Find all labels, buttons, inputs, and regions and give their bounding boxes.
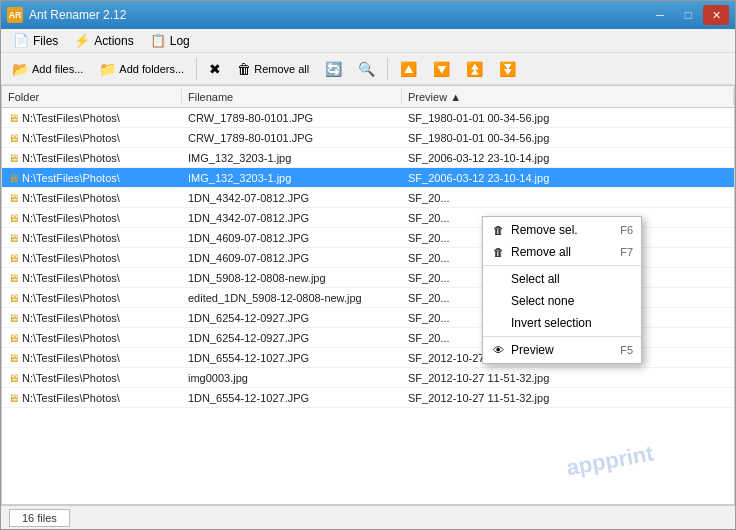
folder-icon: 🖥 xyxy=(8,352,19,364)
folder-icon: 🖥 xyxy=(8,172,19,184)
column-filename[interactable]: Filename xyxy=(182,89,402,105)
context-menu-item-select-all[interactable]: Select all xyxy=(483,268,641,290)
cell-filename: 1DN_5908-12-0808-new.jpg xyxy=(182,272,402,284)
cell-folder: 🖥 N:\TestFiles\Photos\ xyxy=(2,392,182,404)
search-button[interactable]: 🔍 xyxy=(351,56,382,82)
table-row[interactable]: 🖥 N:\TestFiles\Photos\ 1DN_6554-12-1027.… xyxy=(2,388,734,408)
files-menu-label: Files xyxy=(33,34,58,48)
add-files-button[interactable]: 📂 Add files... xyxy=(5,56,90,82)
table-row[interactable]: 🖥 N:\TestFiles\Photos\ CRW_1789-80-0101.… xyxy=(2,128,734,148)
remove-all-icon: 🗑 xyxy=(237,61,251,77)
ctx-item-label: Remove sel. xyxy=(511,223,578,237)
table-header: Folder Filename Preview ▲ xyxy=(2,86,734,108)
cell-folder: 🖥 N:\TestFiles\Photos\ xyxy=(2,352,182,364)
ctx-item-left: 🗑 Remove sel. xyxy=(491,223,578,237)
cell-folder: 🖥 N:\TestFiles\Photos\ xyxy=(2,252,182,264)
table-row[interactable]: 🖥 N:\TestFiles\Photos\ 1DN_4342-07-0812.… xyxy=(2,188,734,208)
toolbar: 📂 Add files... 📁 Add folders... ✖ 🗑 Remo… xyxy=(1,53,735,85)
bottom-icon: ⏬ xyxy=(499,61,516,77)
add-folders-label: Add folders... xyxy=(119,63,184,75)
ctx-item-label: Invert selection xyxy=(511,316,592,330)
cell-folder: 🖥 N:\TestFiles\Photos\ xyxy=(2,132,182,144)
context-menu-separator xyxy=(483,336,641,337)
ctx-item-label: Select all xyxy=(511,272,560,286)
folder-icon: 🖥 xyxy=(8,332,19,344)
context-menu: 🗑 Remove sel. F6 🗑 Remove all F7 Select … xyxy=(482,216,642,364)
ctx-item-label: Remove all xyxy=(511,245,571,259)
folder-path: N:\TestFiles\Photos\ xyxy=(22,232,120,244)
context-menu-item-remove-all[interactable]: 🗑 Remove all F7 xyxy=(483,241,641,263)
cell-filename: 1DN_6554-12-1027.JPG xyxy=(182,352,402,364)
up-icon: 🔼 xyxy=(400,61,417,77)
ctx-item-icon: 🗑 xyxy=(491,223,505,237)
cell-preview: SF_2006-03-12 23-10-14.jpg xyxy=(402,152,734,164)
menu-actions[interactable]: ⚡ Actions xyxy=(66,30,141,52)
cell-folder: 🖥 N:\TestFiles\Photos\ xyxy=(2,192,182,204)
cell-folder: 🖥 N:\TestFiles\Photos\ xyxy=(2,332,182,344)
folder-path: N:\TestFiles\Photos\ xyxy=(22,112,120,124)
top-button[interactable]: ⏫ xyxy=(459,56,490,82)
column-preview[interactable]: Preview ▲ xyxy=(402,89,734,105)
folder-path: N:\TestFiles\Photos\ xyxy=(22,192,120,204)
folder-path: N:\TestFiles\Photos\ xyxy=(22,392,120,404)
cell-filename: 1DN_6254-12-0927.JPG xyxy=(182,312,402,324)
main-window: AR Ant Renamer 2.12 ─ □ ✕ 📄 Files ⚡ Acti… xyxy=(0,0,736,530)
folder-path: N:\TestFiles\Photos\ xyxy=(22,172,120,184)
ctx-item-shortcut: F7 xyxy=(620,246,633,258)
minimize-button[interactable]: ─ xyxy=(647,5,673,25)
ctx-item-label: Select none xyxy=(511,294,574,308)
column-folder[interactable]: Folder xyxy=(2,89,182,105)
context-menu-item-invert-selection[interactable]: Invert selection xyxy=(483,312,641,334)
log-menu-icon: 📋 xyxy=(150,33,166,48)
cell-filename: edited_1DN_5908-12-0808-new.jpg xyxy=(182,292,402,304)
cell-folder: 🖥 N:\TestFiles\Photos\ xyxy=(2,152,182,164)
folder-path: N:\TestFiles\Photos\ xyxy=(22,272,120,284)
folder-path: N:\TestFiles\Photos\ xyxy=(22,352,120,364)
remove-selected-button[interactable]: ✖ xyxy=(202,56,228,82)
bottom-button[interactable]: ⏬ xyxy=(492,56,523,82)
table-row[interactable]: 🖥 N:\TestFiles\Photos\ IMG_132_3203-1.jp… xyxy=(2,168,734,188)
context-menu-item-remove-sel.[interactable]: 🗑 Remove sel. F6 xyxy=(483,219,641,241)
refresh-icon: 🔄 xyxy=(325,61,342,77)
title-bar: AR Ant Renamer 2.12 ─ □ ✕ xyxy=(1,1,735,29)
maximize-button[interactable]: □ xyxy=(675,5,701,25)
folder-path: N:\TestFiles\Photos\ xyxy=(22,132,120,144)
context-menu-item-select-none[interactable]: Select none xyxy=(483,290,641,312)
ctx-item-icon: 👁 xyxy=(491,343,505,357)
cell-preview: SF_20... xyxy=(402,192,734,204)
cell-folder: 🖥 N:\TestFiles\Photos\ xyxy=(2,112,182,124)
cell-filename: 1DN_4342-07-0812.JPG xyxy=(182,212,402,224)
refresh-button[interactable]: 🔄 xyxy=(318,56,349,82)
add-folders-button[interactable]: 📁 Add folders... xyxy=(92,56,191,82)
menu-log[interactable]: 📋 Log xyxy=(142,30,198,52)
cell-filename: CRW_1789-80-0101.JPG xyxy=(182,112,402,124)
table-row[interactable]: 🖥 N:\TestFiles\Photos\ img0003.jpg SF_20… xyxy=(2,368,734,388)
ctx-item-left: Select none xyxy=(491,294,574,308)
folder-icon: 🖥 xyxy=(8,112,19,124)
log-menu-label: Log xyxy=(170,34,190,48)
menu-files[interactable]: 📄 Files xyxy=(5,30,66,52)
table-row[interactable]: 🖥 N:\TestFiles\Photos\ IMG_132_3203-1.jp… xyxy=(2,148,734,168)
folder-icon: 🖥 xyxy=(8,312,19,324)
context-menu-item-preview[interactable]: 👁 Preview F5 xyxy=(483,339,641,361)
files-menu-icon: 📄 xyxy=(13,33,29,48)
cell-folder: 🖥 N:\TestFiles\Photos\ xyxy=(2,312,182,324)
cell-preview: SF_2012-10-27 11-51-32.jpg xyxy=(402,372,734,384)
cell-preview: SF_1980-01-01 00-34-56.jpg xyxy=(402,112,734,124)
remove-all-button[interactable]: 🗑 Remove all xyxy=(230,56,316,82)
remove-all-label: Remove all xyxy=(254,63,309,75)
down-icon: 🔽 xyxy=(433,61,450,77)
ctx-item-left: Select all xyxy=(491,272,560,286)
up-button[interactable]: 🔼 xyxy=(393,56,424,82)
top-icon: ⏫ xyxy=(466,61,483,77)
ctx-item-left: Invert selection xyxy=(491,316,592,330)
cell-folder: 🖥 N:\TestFiles\Photos\ xyxy=(2,272,182,284)
down-button[interactable]: 🔽 xyxy=(426,56,457,82)
close-button[interactable]: ✕ xyxy=(703,5,729,25)
folder-path: N:\TestFiles\Photos\ xyxy=(22,152,120,164)
ctx-item-shortcut: F6 xyxy=(620,224,633,236)
statusbar: 16 files xyxy=(1,505,735,529)
table-row[interactable]: 🖥 N:\TestFiles\Photos\ CRW_1789-80-0101.… xyxy=(2,108,734,128)
ctx-item-shortcut: F5 xyxy=(620,344,633,356)
cell-folder: 🖥 N:\TestFiles\Photos\ xyxy=(2,172,182,184)
